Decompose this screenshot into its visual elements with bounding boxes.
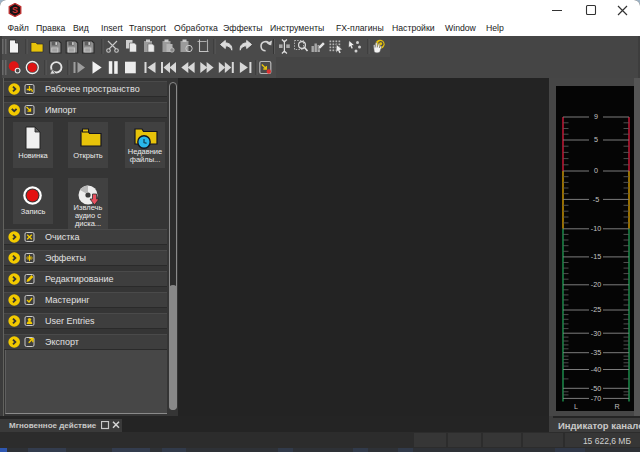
svg-text:9: 9: [594, 112, 598, 121]
svg-text:-20: -20: [591, 280, 601, 289]
svg-text:-15: -15: [591, 252, 601, 261]
svg-text:-35: -35: [591, 348, 601, 357]
svg-text:-40: -40: [591, 365, 601, 374]
svg-text:L: L: [574, 402, 578, 411]
svg-text:-70: -70: [591, 394, 601, 403]
svg-text:-10: -10: [591, 224, 601, 233]
svg-text:-25: -25: [591, 305, 601, 314]
svg-text:R: R: [614, 402, 619, 411]
svg-text:0: 0: [594, 166, 598, 175]
svg-text:5: 5: [594, 135, 598, 144]
svg-text:-50: -50: [591, 384, 601, 393]
svg-text:-5: -5: [593, 195, 599, 204]
svg-text:-30: -30: [591, 329, 601, 338]
svg-text:S: S: [12, 5, 18, 15]
